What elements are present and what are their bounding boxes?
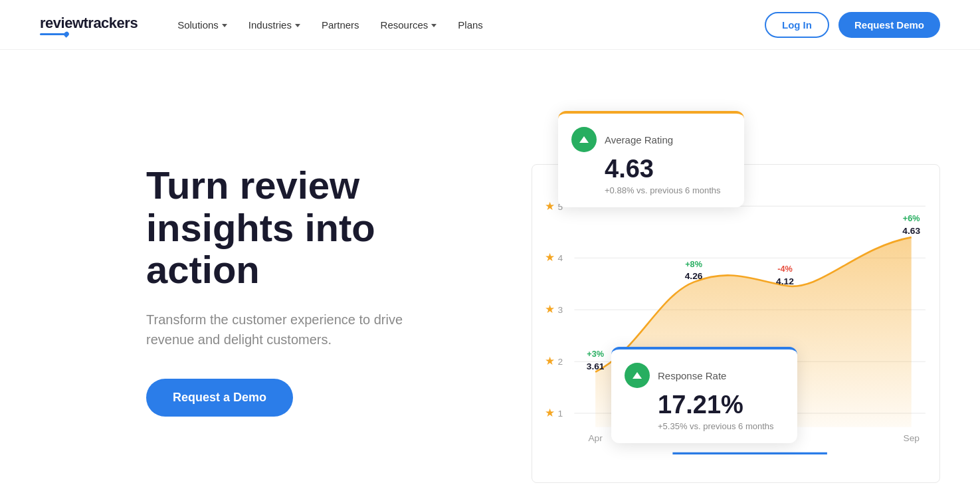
nav-item-solutions[interactable]: Solutions [177, 19, 227, 31]
nav-item-plans[interactable]: Plans [458, 19, 483, 31]
logo[interactable]: reviewtrackers [40, 15, 138, 35]
hero-title: Turn review insights into action [146, 164, 492, 291]
nav-item-partners[interactable]: Partners [322, 19, 359, 31]
avg-rating-card: Average Rating 4.63 +0.88% vs. previous … [558, 111, 744, 207]
svg-text:4: 4 [557, 254, 563, 264]
arrow-up-icon-2 [633, 372, 642, 379]
svg-text:★: ★ [545, 304, 555, 316]
response-rate-label: Response Rate [658, 370, 726, 381]
svg-text:2: 2 [557, 357, 563, 367]
response-rate-change: +5.35% vs. previous 6 months [625, 421, 779, 431]
response-rate-value: 17.21% [625, 392, 779, 417]
up-trend-icon [571, 127, 597, 152]
chevron-down-icon [431, 24, 437, 27]
nav-item-resources[interactable]: Resources [381, 19, 437, 31]
hero-right: 5 4 3 2 1 ★ ★ ★ ★ ★ +3% 3.61 [532, 98, 940, 483]
svg-text:Apr: Apr [588, 433, 603, 443]
svg-text:3: 3 [557, 306, 563, 316]
response-rate-card: Response Rate 17.21% +5.35% vs. previous… [611, 347, 797, 443]
chevron-down-icon [295, 24, 300, 27]
avg-rating-value: 4.63 [571, 156, 726, 181]
nav-actions: Log In Request Demo [765, 12, 940, 38]
svg-text:-4%: -4% [777, 264, 793, 274]
navbar: reviewtrackers Solutions Industries Part… [0, 0, 980, 50]
request-demo-button[interactable]: Request a Demo [146, 379, 293, 417]
arrow-up-icon [579, 136, 589, 143]
logo-text: reviewtrackers [40, 15, 138, 32]
svg-text:Sep: Sep [904, 433, 920, 443]
svg-text:+3%: +3% [587, 349, 604, 359]
hero-subtitle: Transform the customer experience to dri… [146, 310, 439, 349]
hero-section: Turn review insights into action Transfo… [0, 50, 980, 491]
svg-text:3.61: 3.61 [587, 361, 605, 371]
svg-text:★: ★ [545, 252, 555, 264]
svg-text:4.12: 4.12 [776, 276, 794, 286]
login-button[interactable]: Log In [765, 12, 829, 38]
svg-text:+6%: +6% [903, 214, 920, 223]
response-rate-header: Response Rate [625, 363, 779, 388]
svg-text:★: ★ [545, 200, 555, 213]
avg-rating-label: Average Rating [605, 134, 673, 146]
avg-rating-change: +0.88% vs. previous 6 months [571, 185, 726, 195]
nav-links: Solutions Industries Partners Resources … [177, 19, 765, 31]
hero-left: Turn review insights into action Transfo… [146, 164, 492, 417]
avg-rating-header: Average Rating [571, 127, 726, 152]
svg-text:4.26: 4.26 [685, 272, 703, 282]
svg-text:4.63: 4.63 [902, 226, 920, 236]
svg-text:1: 1 [557, 409, 563, 419]
svg-text:★: ★ [545, 407, 555, 419]
chevron-down-icon [222, 24, 227, 27]
svg-text:★: ★ [545, 355, 555, 367]
logo-underline [40, 33, 65, 35]
request-demo-nav-button[interactable]: Request Demo [838, 12, 940, 38]
up-trend-icon-2 [625, 363, 650, 388]
svg-text:+8%: +8% [685, 260, 702, 269]
nav-item-industries[interactable]: Industries [248, 19, 300, 31]
